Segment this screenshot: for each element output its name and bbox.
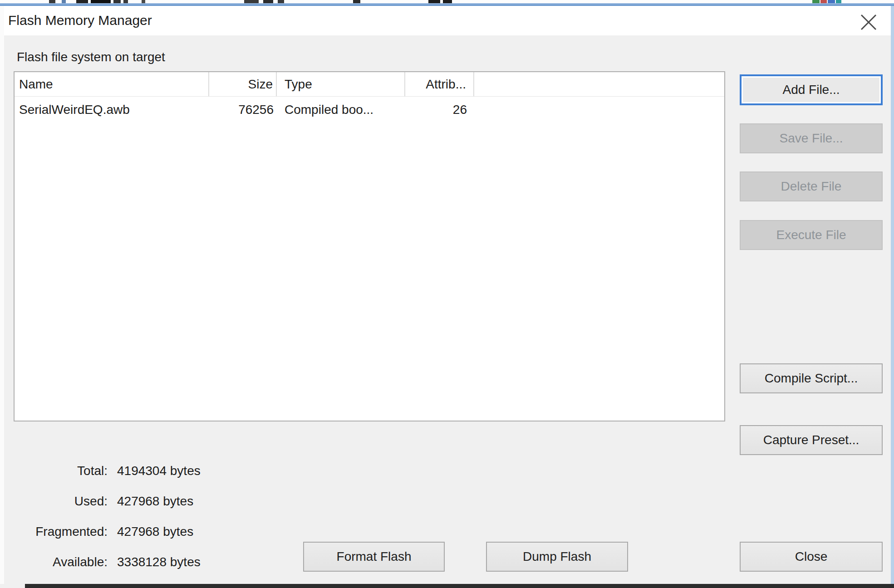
file-row[interactable]: SerialWeirdEQ.awb 76256 Compiled boo... … [15,99,724,120]
group-label: Flash file system on target [17,50,165,64]
background-window-fragment [820,0,827,3]
dump-flash-button[interactable]: Dump Flash [486,542,628,572]
background-window-fragment [828,0,835,3]
title-bar: Flash Memory Manager [0,6,894,35]
delete-file-button: Delete File [740,172,883,201]
format-flash-button[interactable]: Format Flash [303,542,445,572]
stat-label-used: Used: [9,494,108,509]
close-window-button[interactable] [855,10,882,34]
stat-row-fragmented: Fragmented: 427968 bytes [9,524,300,543]
stat-value-used: 427968 bytes [117,494,193,509]
stat-value-available: 3338128 bytes [117,555,201,569]
background-window-fragment [76,0,88,3]
compile-script-button[interactable]: Compile Script... [740,363,883,393]
background-window-fragment [244,0,259,3]
window-title: Flash Memory Manager [8,13,152,28]
background-window-fragment [62,0,66,3]
file-attrib-cell: 26 [405,99,467,120]
file-list-header: Name Size Type Attrib... [15,72,724,97]
background-window-fragment [836,0,841,3]
file-type-cell: Compiled boo... [285,99,373,120]
column-header-attrib[interactable]: Attrib... [405,72,474,96]
file-name-cell: SerialWeirdEQ.awb [19,99,130,120]
file-size-cell: 76256 [209,99,274,120]
file-list: Name Size Type Attrib... SerialWeirdEQ.a… [14,71,725,421]
column-header-size[interactable]: Size [209,72,277,96]
background-window-fragment [91,0,111,3]
background-window-fragment [428,0,440,3]
stat-value-total: 4194304 bytes [117,464,201,478]
column-header-type[interactable]: Type [277,72,405,96]
stat-row-total: Total: 4194304 bytes [9,464,300,482]
flash-memory-manager-dialog: Flash Memory Manager Flash file system o… [0,0,894,588]
execute-file-button: Execute File [740,220,883,250]
background-window-fragment [49,0,55,3]
background-window-fragment [812,0,820,3]
stat-row-available: Available: 3338128 bytes [9,555,300,573]
stat-label-total: Total: [9,464,108,478]
close-icon [860,14,877,30]
stat-row-used: Used: 427968 bytes [9,494,300,512]
window-right-border [891,6,894,584]
window-bottom-edge [25,584,894,588]
background-window-fragment [443,0,452,3]
save-file-button: Save File... [740,123,883,153]
background-window-strip [0,0,894,3]
background-window-fragment [278,0,284,3]
stat-value-fragmented: 427968 bytes [117,524,193,539]
background-window-fragment [142,0,145,3]
column-header-name[interactable]: Name [15,72,209,96]
stat-label-fragmented: Fragmented: [9,524,108,539]
background-window-fragment [113,0,121,3]
add-file-button[interactable]: Add File... [740,74,883,105]
capture-preset-button[interactable]: Capture Preset... [740,425,883,455]
background-window-fragment [353,0,360,3]
window-left-border [0,6,4,584]
background-window-fragment [123,0,128,3]
stat-label-available: Available: [9,555,108,569]
background-window-fragment [263,0,273,3]
close-button[interactable]: Close [740,542,883,572]
